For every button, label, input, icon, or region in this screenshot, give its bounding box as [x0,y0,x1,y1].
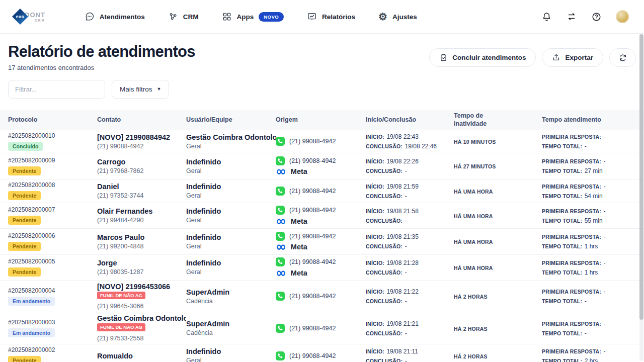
more-filters-button[interactable]: Mais filtros ▼ [112,80,169,99]
filter-input[interactable] [8,80,105,99]
contact-phone: (21) 99645-3066 [97,302,186,310]
origin-cell: (21) 99088-4942∞Meta [276,230,366,253]
primeira-resposta: PRIMEIRA RESPOSTA: - [542,347,636,355]
contact-name: Romualdo [97,351,186,360]
inicio-label: INÍCIO: [366,158,384,164]
tempo-cell: PRIMEIRA RESPOSTA: -TEMPO TOTAL: 55 min [542,206,636,226]
user-cell: SuperAdminCadência [186,288,276,305]
conclude-button[interactable]: Concluir atendimentos [429,48,536,67]
app-logo[interactable]: evo DONT CRM [12,9,45,25]
inicio: INÍCIO: 19/08 21:22 [366,287,454,296]
menu-item-atendimentos[interactable]: Atendimentos [85,12,145,22]
menu-item-apps[interactable]: Apps NOVO [222,12,284,22]
menu-item-ajustes[interactable]: ⚙ Ajustes [378,12,417,22]
dates-cell: INÍCIO: 19/08 21:28CONCLUSÃO: - [366,257,454,278]
help-icon[interactable] [591,12,602,22]
origin-text: (21) 99088-4942 [289,207,336,214]
inicio-label: INÍCIO: [366,260,384,266]
meta-icon: ∞ [276,167,286,175]
inicio-value: 19/08 21:11 [386,348,418,355]
contact-name: Daniel [97,182,186,191]
origin-cell: (21) 99088-4942 [276,185,366,197]
scrollbar-track[interactable] [639,34,643,361]
table-row[interactable]: #2025082000006PendenteMarcos Paulo(21) 9… [0,229,644,255]
table-row[interactable]: #2025082000010Concluído[NOVO] 2199088494… [0,130,644,153]
scrollbar-thumb[interactable] [639,34,643,320]
primeira-resposta-value: - [603,183,605,190]
conclusao-value: - [405,269,407,276]
contact-name: [NOVO] 21990884942 [97,133,186,142]
contact-cell: Jorge(21) 98035-1287 [97,258,186,276]
tempo-total-value: 2 hrs [585,357,598,362]
export-button[interactable]: Exportar [542,48,603,67]
contact-phone: (21) 99484-4290 [97,216,186,224]
table-row[interactable]: #2025082000004Em andamento[NOVO] 2199645… [0,281,644,312]
inicio-value: 19/08 21:58 [386,208,418,215]
inactivity-value: HÁ 10 MINUTOS [454,139,496,145]
primeira-resposta: PRIMEIRA RESPOSTA: - [542,258,636,267]
protocol-id: #2025082000003 [8,319,97,326]
protocol-cell: #2025082000007Pendente [8,206,97,225]
conclusao-value: - [405,243,407,250]
origin-whatsapp: (21) 99088-4942 [276,291,366,301]
origin-meta: ∞Meta [276,216,366,226]
protocol-cell: #2025082000004Em andamento [8,287,97,306]
conclusao-value: - [405,167,407,174]
avatar[interactable] [616,10,629,23]
origin-cell: (21) 99088-4942 [276,350,366,361]
primeira-resposta-label: PRIMEIRA RESPOSTA: [542,208,601,214]
inicio-value: 19/08 21:22 [386,288,418,295]
novo-badge: NOVO [259,12,284,22]
origin-cell: (21) 99088-4942 [276,322,366,334]
bell-icon[interactable] [541,12,552,22]
table-row[interactable]: #2025082000005PendenteJorge(21) 98035-12… [0,255,644,281]
transfer-icon[interactable] [566,11,577,22]
menu-label: Atendimentos [100,13,145,21]
conclusao: CONCLUSÃO: - [366,166,454,175]
status-badge: Pendente [8,216,41,225]
tempo-cell: PRIMEIRA RESPOSTA: -TEMPO TOTAL: - [542,318,636,338]
dates-cell: INÍCIO: 19/08 21:35CONCLUSÃO: - [366,231,454,251]
refresh-button[interactable] [609,48,636,67]
origin-whatsapp: (21) 99088-4942 [276,156,366,166]
table-row[interactable]: #2025082000002PendenteRomualdoIndefinido… [0,344,644,362]
table-row[interactable]: #2025082000007PendenteOlair Fernandes(21… [0,203,644,229]
contact-cell: Gestão Coimbra OdontologiaFUNIL DE NÃO A… [97,314,186,342]
menu-item-relatorios[interactable]: Relatórios [307,12,355,22]
tempo-total-label: TEMPO TOTAL: [542,269,582,276]
contact-cell: [NOVO] 21990884942(21) 99088-4942 [97,133,186,150]
contact-phone: (21) 99088-4942 [97,142,186,150]
dates-cell: INÍCIO: 19/08 21:22CONCLUSÃO: - [366,286,454,306]
menu-item-crm[interactable]: CRM [168,12,199,22]
contact-name: Carrogo [97,157,186,166]
tempo-total-value: - [585,143,587,150]
inicio-value: 19/08 21:21 [386,320,418,327]
protocol-id: #2025082000005 [8,258,97,265]
user-cell: SuperAdminCadência [186,319,276,337]
tempo-total-value: 1 hrs [585,269,598,276]
primeira-resposta-label: PRIMEIRA RESPOSTA: [542,134,601,140]
table-row[interactable]: #2025082000003Em andamentoGestão Coimbra… [0,312,644,344]
protocol-id: #2025082000010 [8,132,97,139]
primeira-resposta-label: PRIMEIRA RESPOSTA: [542,321,601,327]
table-row[interactable]: #2025082000009PendenteCarrogo(21) 97968-… [0,153,644,179]
primeira-resposta-label: PRIMEIRA RESPOSTA: [542,234,601,240]
conclusao-label: CONCLUSÃO: [366,330,403,336]
grid-icon [222,12,232,22]
conclusao-label: CONCLUSÃO: [366,243,403,249]
inicio: INÍCIO: 19/08 21:35 [366,232,454,241]
primeira-resposta-label: PRIMEIRA RESPOSTA: [542,158,601,164]
team-name: Geral [186,216,276,224]
dates-cell: INÍCIO: 19/08 22:43CONCLUSÃO: 19/08 22:4… [366,131,454,151]
col-header-usuario-equipe: Usuário/Equipe [186,116,276,123]
tempo-cell: PRIMEIRA RESPOSTA: -TEMPO TOTAL: - [542,131,636,151]
whatsapp-icon [276,351,285,360]
origin-text: Meta [291,243,307,251]
inicio: INÍCIO: 19/08 21:21 [366,319,454,328]
table-row[interactable]: #2025082000008PendenteDaniel(21) 97352-3… [0,179,644,203]
page-title-block: Relatório de atendimentos 17 atendimento… [8,44,195,71]
inactivity-cell: HÁ UMA HORA [454,211,542,220]
contact-name: Olair Fernandes [97,207,186,216]
status-badge: Pendente [8,191,41,200]
origin-text: Meta [291,167,307,175]
